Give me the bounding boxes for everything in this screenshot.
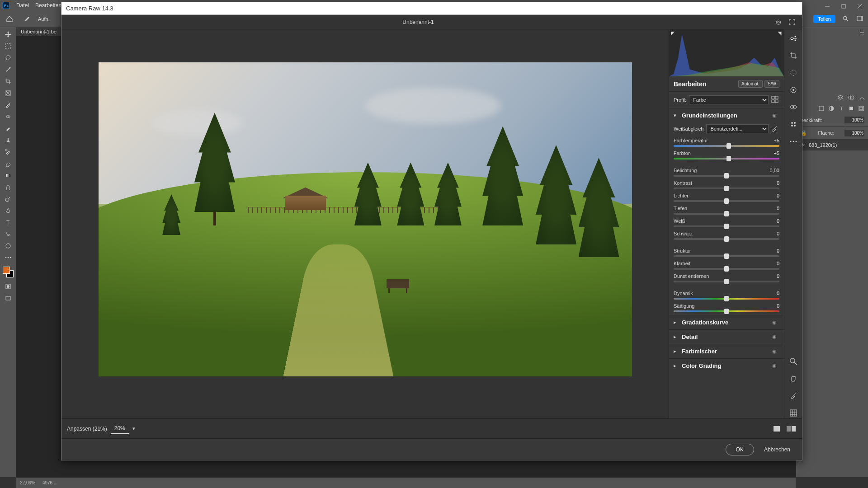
histogram[interactable]: ◤ ◥ — [669, 29, 784, 76]
cancel-button[interactable]: Abbrechen — [760, 444, 795, 455]
blacks-value[interactable] — [760, 231, 779, 236]
crop-tool-icon[interactable] — [788, 50, 799, 61]
saturation-slider[interactable]: Sättigung — [669, 302, 784, 315]
shadows-value[interactable] — [760, 206, 779, 211]
presets-icon[interactable] — [788, 119, 799, 130]
clarity-slider[interactable]: Klarheit — [669, 260, 784, 272]
edit-tool-icon[interactable] — [788, 33, 799, 44]
eyedropper-tool-icon[interactable] — [2, 99, 14, 110]
wb-eyedropper-icon[interactable] — [771, 125, 779, 133]
whites-value[interactable] — [760, 218, 779, 224]
contrast-value[interactable] — [760, 180, 779, 186]
move-tool-icon[interactable] — [2, 29, 14, 40]
fullscreen-icon[interactable] — [787, 17, 797, 28]
panel-visibility-icon[interactable]: ◉ — [772, 363, 779, 369]
sampler-tool-icon[interactable] — [788, 390, 799, 401]
grading-panel-header[interactable]: ▸Color Grading◉ — [669, 359, 784, 373]
vibrance-slider[interactable]: Dynamik — [669, 290, 784, 302]
window-close[interactable] — [852, 0, 868, 13]
before-after-single-icon[interactable] — [771, 423, 782, 434]
crop-tool-icon[interactable] — [2, 76, 14, 87]
brush-tool-icon[interactable] — [2, 123, 14, 134]
highlight-clip-icon[interactable]: ◥ — [778, 30, 782, 35]
dodge-tool-icon[interactable] — [2, 193, 14, 204]
saturation-value[interactable] — [760, 303, 779, 309]
status-zoom[interactable]: 22,09% — [20, 480, 35, 485]
pen-tool-icon[interactable] — [2, 205, 14, 216]
filter-adjust-icon[interactable] — [827, 105, 835, 112]
window-minimize[interactable] — [819, 0, 835, 13]
channels-icon[interactable] — [847, 94, 855, 101]
quickmask-icon[interactable] — [2, 281, 14, 292]
tint-value[interactable] — [760, 150, 779, 156]
wb-select[interactable]: Benutzerdefi... — [706, 124, 769, 133]
search-icon[interactable] — [841, 15, 850, 23]
shadows-slider[interactable]: Tiefen — [669, 205, 784, 217]
wand-tool-icon[interactable] — [2, 64, 14, 75]
dehaze-slider[interactable]: Dunst entfernen — [669, 272, 784, 285]
auto-button[interactable]: Automat. — [738, 80, 763, 88]
workspace-icon[interactable] — [855, 15, 864, 23]
more-icon[interactable] — [788, 136, 799, 147]
path-tool-icon[interactable] — [2, 229, 14, 239]
zoom-tool-icon[interactable] — [788, 356, 799, 367]
hand-tool-icon[interactable] — [788, 373, 799, 384]
basic-panel-header[interactable]: ▾ Grundeinstellungen ◉ — [669, 108, 784, 122]
mask-tool-icon[interactable] — [788, 84, 799, 95]
layer-row[interactable]: 👁 683_1920(1) — [796, 140, 868, 150]
blur-tool-icon[interactable] — [2, 182, 14, 192]
whites-slider[interactable]: Weiß — [669, 217, 784, 230]
opacity-input[interactable] — [844, 117, 864, 123]
temp-value[interactable] — [760, 138, 779, 143]
frame-tool-icon[interactable] — [2, 88, 14, 99]
marquee-tool-icon[interactable] — [2, 41, 14, 52]
zoom-chevron-icon[interactable]: ▾ — [132, 426, 135, 432]
filter-smart-icon[interactable] — [857, 105, 865, 112]
type-tool-icon[interactable]: T — [2, 217, 14, 228]
curve-panel-header[interactable]: ▸Gradationskurve◉ — [669, 315, 784, 329]
blacks-slider[interactable]: Schwarz — [669, 230, 784, 243]
grid-tool-icon[interactable] — [788, 408, 799, 418]
clarity-value[interactable] — [760, 261, 779, 266]
eraser-tool-icon[interactable] — [2, 158, 14, 169]
menu-datei[interactable]: Datei — [16, 2, 29, 9]
vibrance-value[interactable] — [760, 291, 779, 296]
lasso-tool-icon[interactable] — [2, 52, 14, 63]
bw-button[interactable]: S/W — [764, 80, 779, 88]
panel-visibility-icon[interactable]: ◉ — [772, 334, 779, 340]
window-restore[interactable] — [835, 0, 852, 13]
teilen-button[interactable]: Teilen — [813, 15, 835, 23]
shadow-clip-icon[interactable]: ◤ — [671, 30, 675, 35]
options-aufn[interactable]: Aufn. — [38, 16, 50, 22]
highlights-value[interactable] — [760, 193, 779, 198]
tint-slider[interactable]: Farbton — [669, 150, 784, 162]
panel-visibility-icon[interactable]: ◉ — [772, 113, 779, 118]
heal-tool-icon[interactable] — [788, 67, 799, 78]
filter-shape-icon[interactable] — [847, 105, 855, 112]
home-icon[interactable] — [4, 13, 15, 25]
more-tools-icon[interactable] — [2, 252, 14, 263]
layers-icon[interactable] — [836, 94, 844, 101]
temp-slider[interactable]: Farbtemperatur — [669, 137, 784, 150]
stamp-tool-icon[interactable] — [2, 135, 14, 145]
document-tab[interactable]: Unbenannt-1 be — [16, 27, 61, 36]
fill-input[interactable] — [844, 130, 864, 136]
panel-visibility-icon[interactable]: ◉ — [772, 348, 779, 354]
fit-button[interactable]: Anpassen (21%) — [67, 426, 107, 432]
ok-button[interactable]: OK — [726, 444, 754, 455]
exposure-value[interactable] — [760, 168, 779, 173]
history-brush-tool-icon[interactable] — [2, 146, 14, 157]
shape-tool-icon[interactable] — [2, 240, 14, 251]
gradient-tool-icon[interactable] — [2, 170, 14, 181]
paths-icon[interactable] — [858, 94, 866, 101]
before-after-split-icon[interactable] — [786, 423, 797, 434]
gear-icon[interactable] — [773, 17, 784, 28]
zoom-level[interactable]: 20% — [111, 423, 129, 434]
exposure-slider[interactable]: Belichtung — [669, 167, 784, 179]
heal-tool-icon[interactable] — [2, 111, 14, 122]
highlights-slider[interactable]: Lichter — [669, 192, 784, 205]
mixer-panel-header[interactable]: ▸Farbmischer◉ — [669, 344, 784, 358]
cr-canvas[interactable] — [61, 29, 669, 418]
menu-bearbeiten[interactable]: Bearbeiten — [35, 2, 61, 9]
brush-icon[interactable] — [21, 13, 33, 25]
